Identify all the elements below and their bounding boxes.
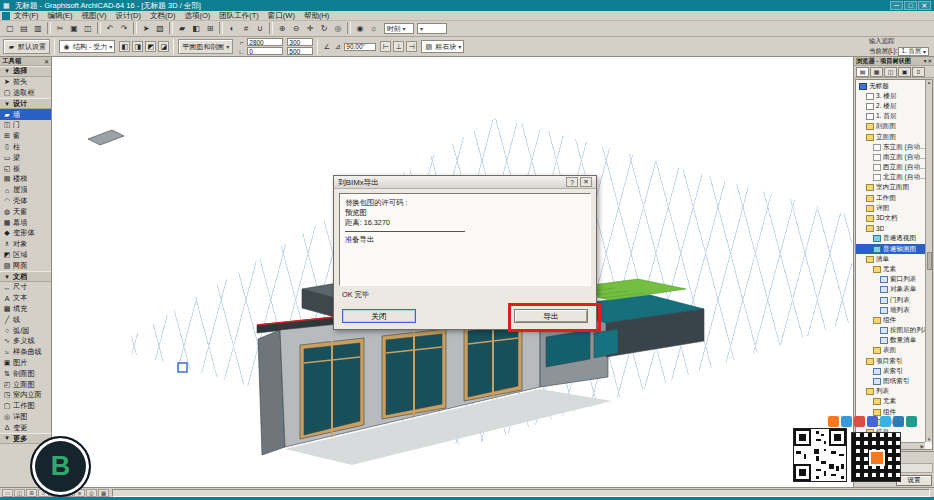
wall-base-offset-input[interactable] — [287, 47, 313, 55]
statusbar-icon[interactable]: ⊞ — [26, 489, 37, 497]
toolbox-item[interactable]: ◍ 天窗 — [0, 206, 51, 217]
alignment-icon[interactable]: ⊢ — [380, 41, 391, 52]
tree-item[interactable]: 1. 首层 — [856, 112, 925, 122]
tree-item[interactable]: 图纸索引 — [856, 376, 925, 386]
toolbox-item[interactable]: ◠ 壳体 — [0, 196, 51, 207]
toolbar-icon[interactable]: ◫ — [81, 22, 95, 35]
toolbox-item[interactable]: ♗ 对象 — [0, 239, 51, 250]
toolbox-item[interactable]: ▾ 设计 — [0, 98, 51, 109]
menu-item[interactable]: 帮助(H) — [304, 11, 329, 21]
geometry-method-icon[interactable]: ◩ — [145, 41, 156, 52]
tree-item[interactable]: 元素 — [856, 264, 925, 274]
tree-item[interactable]: 数量清单 — [856, 336, 925, 346]
toolbox-item[interactable]: ◎ 详图 — [0, 412, 51, 423]
toolbar-icon[interactable]: ↶ — [103, 22, 117, 35]
maximize-button[interactable]: □ — [904, 1, 917, 10]
toolbox-item[interactable]: ▾ 文档 — [0, 271, 51, 282]
toolbox-item[interactable]: ⇅ 剖面图 — [0, 368, 51, 379]
toolbox-item[interactable]: ▢ 工作图 — [0, 401, 51, 412]
tree-vertical-scrollbar[interactable]: ▲▼ — [925, 80, 932, 442]
toolbar-icon[interactable]: ▤ — [17, 22, 31, 35]
floor-plan-section-button[interactable]: 平面图和剖面 ▾ — [178, 39, 233, 54]
tree-item[interactable]: 清单 — [856, 254, 925, 264]
statusbar-icon[interactable]: ◫ — [14, 489, 25, 497]
geometry-method-icon[interactable]: ◧ — [119, 41, 130, 52]
navigator-header-icon[interactable]: ✕ — [927, 58, 932, 64]
toolbox-item[interactable]: ◰ 立面图 — [0, 379, 51, 390]
wall-base-height-input[interactable] — [247, 47, 283, 55]
tree-item[interactable]: 组件 — [856, 315, 925, 325]
window-titlebar[interactable]: ▦ 无标题 - Graphisoft ArchiCAD-64 16 - [无标题… — [0, 0, 934, 11]
toolbox-item[interactable]: ↔ 尺寸 — [0, 282, 51, 293]
default-settings-button[interactable]: ▰ 默认设置 — [3, 39, 50, 54]
toolbox-item[interactable]: ◫ 门 — [0, 120, 51, 131]
current-layer-combo[interactable]: 1. 首层 ▾ — [898, 47, 929, 56]
toolbar-icon[interactable]: ▢ — [3, 22, 17, 35]
toolbar-icon[interactable]: ✛ — [303, 22, 317, 35]
toolbox-item[interactable]: ∿ 多义线 — [0, 336, 51, 347]
view-combo[interactable]: ▾ — [417, 23, 447, 34]
tree-item[interactable]: 工作图 — [856, 193, 925, 203]
toolbox-item[interactable]: ▦ 幕墙 — [0, 217, 51, 228]
tree-item[interactable]: 窗口列表 — [856, 275, 925, 285]
surface-combo[interactable]: ▨ 粗石块 ▾ — [421, 40, 464, 53]
toolbar-icon[interactable]: ↷ — [117, 22, 131, 35]
toolbox-item[interactable]: ◆ 变形体 — [0, 228, 51, 239]
toolbox-item[interactable]: ╱ 线 — [0, 314, 51, 325]
toolbar-icon[interactable] — [133, 22, 137, 34]
tree-item[interactable]: 普通透视图 — [856, 234, 925, 244]
tree-item[interactable]: 表索引 — [856, 366, 925, 376]
toolbar-icon[interactable]: ☼ — [367, 22, 381, 35]
tree-item[interactable]: 西立面 (自动... — [856, 163, 925, 173]
tree-item[interactable]: 3D — [856, 224, 925, 234]
toolbox-item[interactable]: ⌂ 屋顶 — [0, 185, 51, 196]
navigator-header-icon[interactable]: ▾ — [924, 58, 927, 64]
tree-item[interactable]: 普通轴测图 — [856, 244, 925, 254]
menu-item[interactable]: 文档(D) — [150, 11, 175, 21]
menu-item[interactable]: 编辑(E) — [48, 11, 73, 21]
toolbar-icon[interactable] — [169, 22, 173, 34]
navigator-tab[interactable]: ▤ — [856, 67, 869, 77]
minimize-button[interactable]: ─ — [890, 1, 903, 10]
menu-item[interactable]: 窗口(W) — [268, 11, 295, 21]
tree-item[interactable]: 南立面 (自动... — [856, 152, 925, 162]
toolbox-item[interactable]: ◱ 板 — [0, 163, 51, 174]
toolbox-item[interactable]: A 文本 — [0, 293, 51, 304]
geometry-method-icon[interactable]: ◨ — [132, 41, 143, 52]
menu-item[interactable]: 设计(D) — [116, 11, 141, 21]
menu-item[interactable]: 选项(O) — [184, 11, 210, 21]
toolbox-item[interactable]: ▾ 选择 — [0, 66, 51, 77]
alignment-icon[interactable]: ⊣ — [406, 41, 417, 52]
tree-item[interactable]: 元素 — [856, 397, 925, 407]
statusbar-icon[interactable]: ◎ — [86, 489, 97, 497]
tree-item[interactable]: 北立面 (自动... — [856, 173, 925, 183]
tree-item[interactable]: 列表 — [856, 387, 925, 397]
toolbar-icon[interactable] — [269, 22, 273, 34]
toolbar-icon[interactable]: ↻ — [317, 22, 331, 35]
tree-item[interactable]: 立面图 — [856, 132, 925, 142]
toolbox-item[interactable]: ▰ 墙 — [0, 109, 51, 120]
statusbar-icon[interactable]: ▦ — [98, 489, 109, 497]
toolbar-icon[interactable]: ⊞ — [203, 22, 217, 35]
tree-item[interactable]: 表面 — [856, 346, 925, 356]
tree-item[interactable]: 室内立面图 — [856, 183, 925, 193]
tree-item[interactable]: 按图层的列表 — [856, 326, 925, 336]
dialog-titlebar[interactable]: 到BIMx导出 ? ✕ — [334, 176, 596, 189]
toolbox-item[interactable]: ▭ 梁 — [0, 152, 51, 163]
wall-top-offset-input[interactable] — [287, 38, 313, 46]
toolbar-icon[interactable]: ▣ — [67, 22, 81, 35]
tree-item[interactable]: 3D文档 — [856, 213, 925, 223]
toolbox-item[interactable]: ◳ 室内立面 — [0, 390, 51, 401]
toolbox-item[interactable]: ▯ 柱 — [0, 142, 51, 153]
toolbox-item[interactable]: ▤ 楼梯 — [0, 174, 51, 185]
wall-top-height-input[interactable] — [247, 38, 283, 46]
tree-item[interactable]: 详图 — [856, 203, 925, 213]
toolbar-icon[interactable] — [219, 22, 223, 34]
toolbox-item[interactable]: ⊞ 窗 — [0, 131, 51, 142]
menu-item[interactable]: 文件(F) — [14, 11, 39, 21]
structure-combo[interactable]: ◉ 结构 - 受力 ▾ — [59, 40, 115, 53]
toolbar-icon[interactable]: ▧ — [153, 22, 167, 35]
tree-item[interactable]: 3. 楼层 — [856, 91, 925, 101]
toolbox-item[interactable]: ▣ 图片 — [0, 358, 51, 369]
angle-input[interactable] — [344, 43, 376, 51]
